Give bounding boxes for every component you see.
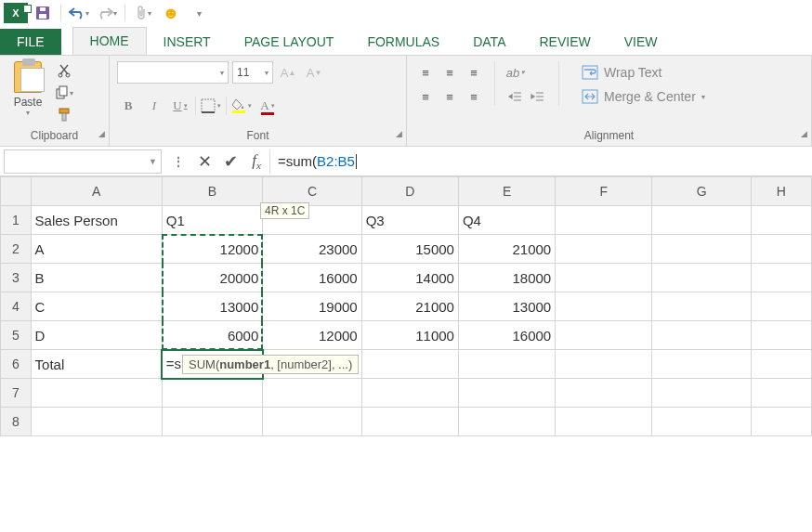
cut-icon[interactable] bbox=[54, 61, 74, 80]
save-icon[interactable] bbox=[30, 2, 56, 24]
formula-input[interactable]: =sum(B2:B5 bbox=[269, 149, 812, 174]
cell-C4[interactable]: 19000 bbox=[263, 292, 361, 321]
col-header-C[interactable]: C bbox=[263, 177, 361, 206]
cell-B7[interactable] bbox=[162, 379, 263, 408]
cell-H3[interactable] bbox=[751, 264, 811, 292]
tab-home[interactable]: HOME bbox=[72, 27, 147, 55]
align-left-icon[interactable]: ≡ bbox=[414, 85, 437, 108]
cell-A6[interactable]: Total bbox=[31, 350, 162, 379]
grid[interactable]: A B C D E F G H 1 Sales Person Q1 Q3 Q4 … bbox=[0, 176, 812, 436]
decrease-font-icon[interactable]: A▼ bbox=[303, 61, 325, 84]
font-name-combo[interactable]: ▾ bbox=[117, 61, 229, 84]
cell-F6[interactable] bbox=[556, 350, 652, 379]
col-header-A[interactable]: A bbox=[31, 177, 162, 206]
cell-C7[interactable] bbox=[263, 379, 361, 408]
cell-G4[interactable] bbox=[652, 292, 751, 321]
cell-G1[interactable] bbox=[652, 206, 751, 235]
cell-B3[interactable]: 20000 bbox=[162, 264, 263, 292]
undo-icon[interactable]: ▾ bbox=[66, 2, 92, 24]
cell-C2[interactable]: 23000 bbox=[263, 235, 361, 264]
wrap-text-button[interactable]: Wrap Text bbox=[576, 61, 711, 84]
cell-D8[interactable] bbox=[361, 408, 458, 436]
paste-button[interactable]: Paste ▾ bbox=[7, 61, 48, 117]
qat-customize-icon[interactable]: ▾ bbox=[186, 2, 212, 24]
row-header-3[interactable]: 3 bbox=[1, 264, 32, 292]
cell-C1[interactable] bbox=[263, 206, 361, 235]
cell-B4[interactable]: 13000 bbox=[162, 292, 263, 321]
cell-F1[interactable] bbox=[556, 206, 652, 235]
italic-button[interactable]: I bbox=[143, 95, 165, 117]
cell-H7[interactable] bbox=[751, 379, 811, 408]
cell-E7[interactable] bbox=[458, 379, 555, 408]
cell-H8[interactable] bbox=[751, 408, 811, 436]
tab-formulas[interactable]: FORMULAS bbox=[350, 29, 456, 55]
cell-E5[interactable]: 16000 bbox=[458, 321, 555, 350]
smiley-icon[interactable]: ☻ bbox=[158, 2, 184, 24]
cell-B2[interactable]: 12000 bbox=[162, 235, 263, 264]
enter-formula-icon[interactable]: ✔ bbox=[217, 149, 243, 175]
clipboard-launcher-icon[interactable]: ◢ bbox=[98, 125, 105, 142]
cell-A1[interactable]: Sales Person bbox=[31, 206, 162, 235]
cancel-formula-icon[interactable]: ✕ bbox=[191, 149, 217, 175]
copy-icon[interactable]: ▾ bbox=[54, 84, 74, 102]
redo-icon[interactable]: ▾ bbox=[94, 2, 120, 24]
cell-D4[interactable]: 21000 bbox=[361, 292, 458, 321]
col-header-B[interactable]: B bbox=[162, 177, 263, 206]
cell-G6[interactable] bbox=[652, 350, 751, 379]
underline-button[interactable]: U bbox=[169, 95, 191, 117]
row-header-5[interactable]: 5 bbox=[1, 321, 32, 350]
cell-H5[interactable] bbox=[751, 321, 811, 350]
cell-F5[interactable] bbox=[556, 321, 652, 350]
align-middle-icon[interactable]: ≡ bbox=[439, 61, 461, 84]
cell-F8[interactable] bbox=[556, 408, 652, 436]
tab-insert[interactable]: INSERT bbox=[147, 29, 228, 55]
increase-font-icon[interactable]: A▲ bbox=[277, 61, 299, 84]
tab-review[interactable]: REVIEW bbox=[522, 29, 607, 55]
col-header-G[interactable]: G bbox=[652, 177, 751, 206]
row-header-4[interactable]: 4 bbox=[1, 292, 32, 321]
name-box[interactable]: ▼ bbox=[4, 149, 162, 174]
font-color-icon[interactable]: A bbox=[256, 95, 279, 117]
cell-E2[interactable]: 21000 bbox=[458, 235, 555, 264]
align-bottom-icon[interactable]: ≡ bbox=[463, 61, 485, 84]
select-all-corner[interactable] bbox=[1, 177, 32, 206]
cell-H2[interactable] bbox=[751, 235, 811, 264]
formula-options-icon[interactable]: ⋮ bbox=[165, 149, 191, 175]
increase-indent-icon[interactable] bbox=[527, 85, 549, 108]
merge-center-button[interactable]: Merge & Center ▾ bbox=[576, 85, 711, 108]
cell-G7[interactable] bbox=[652, 379, 751, 408]
cell-A5[interactable]: D bbox=[31, 321, 162, 350]
align-right-icon[interactable]: ≡ bbox=[463, 85, 485, 108]
col-header-H[interactable]: H bbox=[751, 177, 811, 206]
borders-icon[interactable] bbox=[200, 95, 222, 117]
tab-file[interactable]: FILE bbox=[0, 29, 61, 55]
font-launcher-icon[interactable]: ◢ bbox=[396, 125, 402, 142]
row-header-1[interactable]: 1 bbox=[1, 206, 32, 235]
cell-E1[interactable]: Q4 bbox=[458, 206, 555, 235]
align-center-icon[interactable]: ≡ bbox=[439, 85, 461, 108]
cell-G5[interactable] bbox=[652, 321, 751, 350]
cell-C5[interactable]: 12000 bbox=[263, 321, 361, 350]
cell-A4[interactable]: C bbox=[31, 292, 162, 321]
cell-A2[interactable]: A bbox=[31, 235, 162, 264]
cell-D3[interactable]: 14000 bbox=[361, 264, 458, 292]
cell-H4[interactable] bbox=[751, 292, 811, 321]
orientation-icon[interactable]: ab bbox=[504, 61, 527, 84]
format-painter-icon[interactable] bbox=[54, 106, 74, 124]
cell-E6[interactable] bbox=[458, 350, 555, 379]
insert-function-icon[interactable]: fx bbox=[243, 149, 269, 175]
alignment-launcher-icon[interactable]: ◢ bbox=[801, 125, 807, 142]
cell-B1[interactable]: Q1 bbox=[162, 206, 263, 235]
cell-A7[interactable] bbox=[31, 379, 162, 408]
col-header-E[interactable]: E bbox=[458, 177, 555, 206]
bold-button[interactable]: B bbox=[117, 95, 139, 117]
cell-F3[interactable] bbox=[556, 264, 652, 292]
cell-C8[interactable] bbox=[263, 408, 361, 436]
row-header-7[interactable]: 7 bbox=[1, 379, 32, 408]
cell-F4[interactable] bbox=[556, 292, 652, 321]
cell-G2[interactable] bbox=[652, 235, 751, 264]
cell-G3[interactable] bbox=[652, 264, 751, 292]
fill-color-icon[interactable] bbox=[230, 95, 253, 117]
tab-page-layout[interactable]: PAGE LAYOUT bbox=[228, 29, 351, 55]
cell-E3[interactable]: 18000 bbox=[458, 264, 555, 292]
